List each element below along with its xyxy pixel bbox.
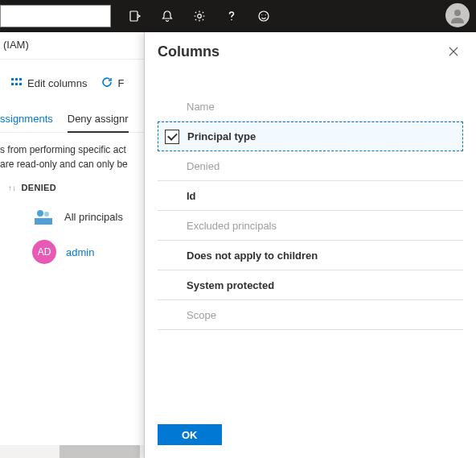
column-option[interactable]: Does not apply to children xyxy=(158,241,463,270)
columns-panel: Columns NamePrincipal typeDeniedIdExclud… xyxy=(144,32,476,458)
svg-rect-10 xyxy=(11,83,14,85)
column-option-label: Principal type xyxy=(187,130,256,142)
principals-icon xyxy=(32,205,55,228)
refresh-label: F xyxy=(117,77,124,89)
columns-icon xyxy=(11,76,23,90)
tab-assignments[interactable]: ssignments xyxy=(0,108,53,132)
panel-title: Columns xyxy=(158,43,220,60)
edit-columns-label: Edit columns xyxy=(27,77,87,89)
svg-rect-11 xyxy=(15,83,18,85)
column-option-label: System protected xyxy=(187,279,274,291)
svg-point-2 xyxy=(231,19,232,21)
svg-point-15 xyxy=(44,212,49,217)
svg-point-5 xyxy=(265,14,266,15)
scrollbar-thumb[interactable] xyxy=(60,445,140,458)
avatar[interactable] xyxy=(445,3,470,27)
svg-rect-8 xyxy=(15,78,18,80)
svg-point-14 xyxy=(37,210,43,217)
svg-rect-7 xyxy=(11,78,14,80)
checkbox[interactable] xyxy=(165,130,179,144)
tab-deny-assignments[interactable]: Deny assignr xyxy=(68,108,129,133)
panel-body: NamePrincipal typeDeniedIdExcluded princ… xyxy=(145,92,476,411)
svg-point-1 xyxy=(198,14,202,19)
column-option-label: Id xyxy=(187,190,196,202)
svg-rect-13 xyxy=(35,218,52,225)
notifications-icon[interactable] xyxy=(151,0,183,32)
svg-rect-12 xyxy=(19,83,22,85)
help-icon[interactable] xyxy=(215,0,248,32)
close-button[interactable] xyxy=(444,42,463,61)
column-option[interactable]: Excluded principals xyxy=(158,211,463,241)
search-input[interactable] xyxy=(0,5,111,27)
top-bar xyxy=(0,0,476,32)
user-badge: AD xyxy=(32,240,56,264)
column-option[interactable]: Denied xyxy=(158,151,463,181)
edit-columns-button[interactable]: Edit columns xyxy=(11,76,87,90)
column-option-label: Excluded principals xyxy=(187,220,277,232)
svg-point-6 xyxy=(454,10,461,16)
column-option[interactable]: Name xyxy=(158,92,463,122)
row-label: All principals xyxy=(64,211,123,223)
svg-rect-9 xyxy=(19,78,22,80)
row-link[interactable]: admin xyxy=(66,246,94,258)
refresh-icon xyxy=(101,76,113,90)
cloud-shell-icon[interactable] xyxy=(119,0,151,32)
ok-button[interactable]: OK xyxy=(158,424,222,445)
svg-rect-0 xyxy=(130,11,137,21)
topbar-icons xyxy=(119,0,280,32)
panel-footer: OK xyxy=(145,411,476,458)
column-option-label: Name xyxy=(187,101,215,113)
refresh-button[interactable]: F xyxy=(101,76,124,90)
column-option-label: Scope xyxy=(187,309,216,321)
column-option-label: Does not apply to children xyxy=(187,250,318,262)
svg-point-3 xyxy=(259,11,269,21)
sort-icon[interactable]: ↑↓ xyxy=(8,184,17,192)
column-option[interactable]: Scope xyxy=(158,300,463,330)
column-option-label: Denied xyxy=(187,160,220,172)
settings-icon[interactable] xyxy=(183,0,215,32)
column-option[interactable]: System protected xyxy=(158,270,463,300)
feedback-icon[interactable] xyxy=(248,0,280,32)
column-header-denied[interactable]: DENIED xyxy=(22,183,56,192)
panel-header: Columns xyxy=(145,32,476,69)
column-option[interactable]: Id xyxy=(158,181,463,211)
svg-point-4 xyxy=(261,14,262,15)
column-option[interactable]: Principal type xyxy=(158,122,463,151)
